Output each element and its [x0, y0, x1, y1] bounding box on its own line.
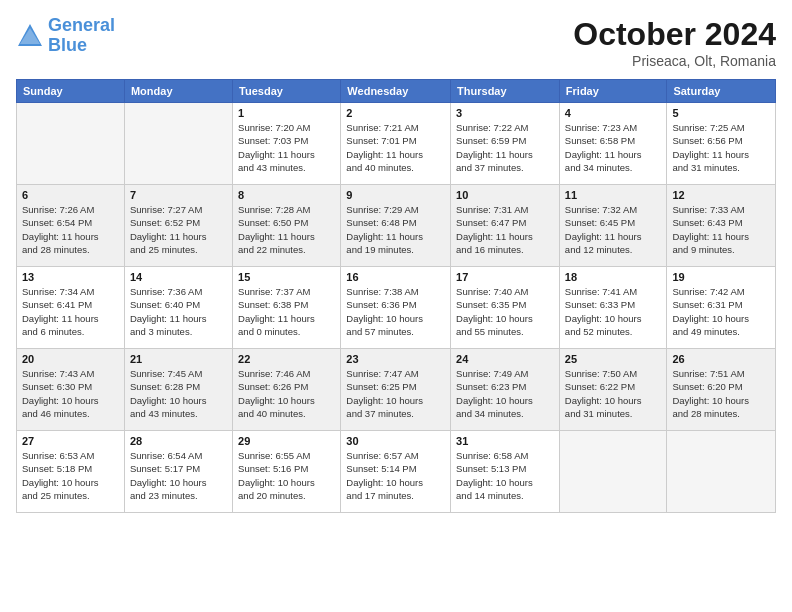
day-number: 9	[346, 189, 445, 201]
day-info: Sunrise: 7:28 AMSunset: 6:50 PMDaylight:…	[238, 203, 335, 256]
col-monday: Monday	[124, 80, 232, 103]
day-info: Sunrise: 7:47 AMSunset: 6:25 PMDaylight:…	[346, 367, 445, 420]
col-saturday: Saturday	[667, 80, 776, 103]
day-number: 25	[565, 353, 662, 365]
day-number: 6	[22, 189, 119, 201]
day-info: Sunrise: 7:43 AMSunset: 6:30 PMDaylight:…	[22, 367, 119, 420]
calendar-cell: 9Sunrise: 7:29 AMSunset: 6:48 PMDaylight…	[341, 185, 451, 267]
col-friday: Friday	[559, 80, 667, 103]
day-info: Sunrise: 6:58 AMSunset: 5:13 PMDaylight:…	[456, 449, 554, 502]
day-number: 19	[672, 271, 770, 283]
day-info: Sunrise: 7:29 AMSunset: 6:48 PMDaylight:…	[346, 203, 445, 256]
calendar-cell: 18Sunrise: 7:41 AMSunset: 6:33 PMDayligh…	[559, 267, 667, 349]
calendar-week-row: 6Sunrise: 7:26 AMSunset: 6:54 PMDaylight…	[17, 185, 776, 267]
calendar-week-row: 27Sunrise: 6:53 AMSunset: 5:18 PMDayligh…	[17, 431, 776, 513]
day-number: 5	[672, 107, 770, 119]
calendar-cell: 2Sunrise: 7:21 AMSunset: 7:01 PMDaylight…	[341, 103, 451, 185]
day-info: Sunrise: 7:50 AMSunset: 6:22 PMDaylight:…	[565, 367, 662, 420]
month-title: October 2024	[573, 16, 776, 53]
day-info: Sunrise: 7:36 AMSunset: 6:40 PMDaylight:…	[130, 285, 227, 338]
day-number: 12	[672, 189, 770, 201]
day-info: Sunrise: 7:21 AMSunset: 7:01 PMDaylight:…	[346, 121, 445, 174]
calendar-cell: 29Sunrise: 6:55 AMSunset: 5:16 PMDayligh…	[233, 431, 341, 513]
day-info: Sunrise: 6:53 AMSunset: 5:18 PMDaylight:…	[22, 449, 119, 502]
svg-marker-1	[20, 28, 40, 44]
calendar-cell: 14Sunrise: 7:36 AMSunset: 6:40 PMDayligh…	[124, 267, 232, 349]
day-info: Sunrise: 6:54 AMSunset: 5:17 PMDaylight:…	[130, 449, 227, 502]
day-info: Sunrise: 7:40 AMSunset: 6:35 PMDaylight:…	[456, 285, 554, 338]
calendar-cell	[667, 431, 776, 513]
day-info: Sunrise: 7:22 AMSunset: 6:59 PMDaylight:…	[456, 121, 554, 174]
day-number: 29	[238, 435, 335, 447]
calendar-body: 1Sunrise: 7:20 AMSunset: 7:03 PMDaylight…	[17, 103, 776, 513]
day-number: 15	[238, 271, 335, 283]
day-info: Sunrise: 7:27 AMSunset: 6:52 PMDaylight:…	[130, 203, 227, 256]
col-thursday: Thursday	[451, 80, 560, 103]
day-info: Sunrise: 6:57 AMSunset: 5:14 PMDaylight:…	[346, 449, 445, 502]
day-number: 3	[456, 107, 554, 119]
calendar-cell: 15Sunrise: 7:37 AMSunset: 6:38 PMDayligh…	[233, 267, 341, 349]
calendar-cell: 10Sunrise: 7:31 AMSunset: 6:47 PMDayligh…	[451, 185, 560, 267]
day-number: 7	[130, 189, 227, 201]
day-number: 23	[346, 353, 445, 365]
location: Priseaca, Olt, Romania	[573, 53, 776, 69]
calendar-week-row: 20Sunrise: 7:43 AMSunset: 6:30 PMDayligh…	[17, 349, 776, 431]
day-info: Sunrise: 7:23 AMSunset: 6:58 PMDaylight:…	[565, 121, 662, 174]
day-info: Sunrise: 7:51 AMSunset: 6:20 PMDaylight:…	[672, 367, 770, 420]
day-number: 30	[346, 435, 445, 447]
day-info: Sunrise: 7:46 AMSunset: 6:26 PMDaylight:…	[238, 367, 335, 420]
calendar-cell: 11Sunrise: 7:32 AMSunset: 6:45 PMDayligh…	[559, 185, 667, 267]
calendar-cell	[124, 103, 232, 185]
calendar-cell	[17, 103, 125, 185]
day-info: Sunrise: 7:33 AMSunset: 6:43 PMDaylight:…	[672, 203, 770, 256]
day-number: 26	[672, 353, 770, 365]
calendar-cell: 7Sunrise: 7:27 AMSunset: 6:52 PMDaylight…	[124, 185, 232, 267]
calendar-cell: 5Sunrise: 7:25 AMSunset: 6:56 PMDaylight…	[667, 103, 776, 185]
day-info: Sunrise: 7:34 AMSunset: 6:41 PMDaylight:…	[22, 285, 119, 338]
calendar-cell: 25Sunrise: 7:50 AMSunset: 6:22 PMDayligh…	[559, 349, 667, 431]
calendar-cell: 8Sunrise: 7:28 AMSunset: 6:50 PMDaylight…	[233, 185, 341, 267]
calendar-week-row: 1Sunrise: 7:20 AMSunset: 7:03 PMDaylight…	[17, 103, 776, 185]
calendar-cell: 16Sunrise: 7:38 AMSunset: 6:36 PMDayligh…	[341, 267, 451, 349]
day-info: Sunrise: 7:41 AMSunset: 6:33 PMDaylight:…	[565, 285, 662, 338]
day-info: Sunrise: 7:31 AMSunset: 6:47 PMDaylight:…	[456, 203, 554, 256]
day-number: 28	[130, 435, 227, 447]
calendar-cell: 24Sunrise: 7:49 AMSunset: 6:23 PMDayligh…	[451, 349, 560, 431]
calendar-cell: 4Sunrise: 7:23 AMSunset: 6:58 PMDaylight…	[559, 103, 667, 185]
day-number: 16	[346, 271, 445, 283]
day-number: 4	[565, 107, 662, 119]
day-number: 22	[238, 353, 335, 365]
day-info: Sunrise: 7:42 AMSunset: 6:31 PMDaylight:…	[672, 285, 770, 338]
calendar-cell: 21Sunrise: 7:45 AMSunset: 6:28 PMDayligh…	[124, 349, 232, 431]
day-info: Sunrise: 7:25 AMSunset: 6:56 PMDaylight:…	[672, 121, 770, 174]
day-number: 24	[456, 353, 554, 365]
header: General Blue October 2024 Priseaca, Olt,…	[16, 16, 776, 69]
day-info: Sunrise: 7:49 AMSunset: 6:23 PMDaylight:…	[456, 367, 554, 420]
calendar-cell: 30Sunrise: 6:57 AMSunset: 5:14 PMDayligh…	[341, 431, 451, 513]
day-number: 1	[238, 107, 335, 119]
calendar-cell: 19Sunrise: 7:42 AMSunset: 6:31 PMDayligh…	[667, 267, 776, 349]
day-number: 18	[565, 271, 662, 283]
col-wednesday: Wednesday	[341, 80, 451, 103]
calendar-cell	[559, 431, 667, 513]
day-number: 27	[22, 435, 119, 447]
day-info: Sunrise: 7:45 AMSunset: 6:28 PMDaylight:…	[130, 367, 227, 420]
calendar-cell: 27Sunrise: 6:53 AMSunset: 5:18 PMDayligh…	[17, 431, 125, 513]
day-number: 8	[238, 189, 335, 201]
day-number: 17	[456, 271, 554, 283]
day-number: 14	[130, 271, 227, 283]
day-number: 20	[22, 353, 119, 365]
calendar-week-row: 13Sunrise: 7:34 AMSunset: 6:41 PMDayligh…	[17, 267, 776, 349]
calendar-cell: 1Sunrise: 7:20 AMSunset: 7:03 PMDaylight…	[233, 103, 341, 185]
day-info: Sunrise: 7:20 AMSunset: 7:03 PMDaylight:…	[238, 121, 335, 174]
day-number: 21	[130, 353, 227, 365]
calendar-cell: 13Sunrise: 7:34 AMSunset: 6:41 PMDayligh…	[17, 267, 125, 349]
calendar-cell: 31Sunrise: 6:58 AMSunset: 5:13 PMDayligh…	[451, 431, 560, 513]
day-info: Sunrise: 7:37 AMSunset: 6:38 PMDaylight:…	[238, 285, 335, 338]
calendar-cell: 22Sunrise: 7:46 AMSunset: 6:26 PMDayligh…	[233, 349, 341, 431]
calendar-header-row: Sunday Monday Tuesday Wednesday Thursday…	[17, 80, 776, 103]
day-info: Sunrise: 7:38 AMSunset: 6:36 PMDaylight:…	[346, 285, 445, 338]
col-sunday: Sunday	[17, 80, 125, 103]
logo: General Blue	[16, 16, 115, 56]
day-number: 31	[456, 435, 554, 447]
